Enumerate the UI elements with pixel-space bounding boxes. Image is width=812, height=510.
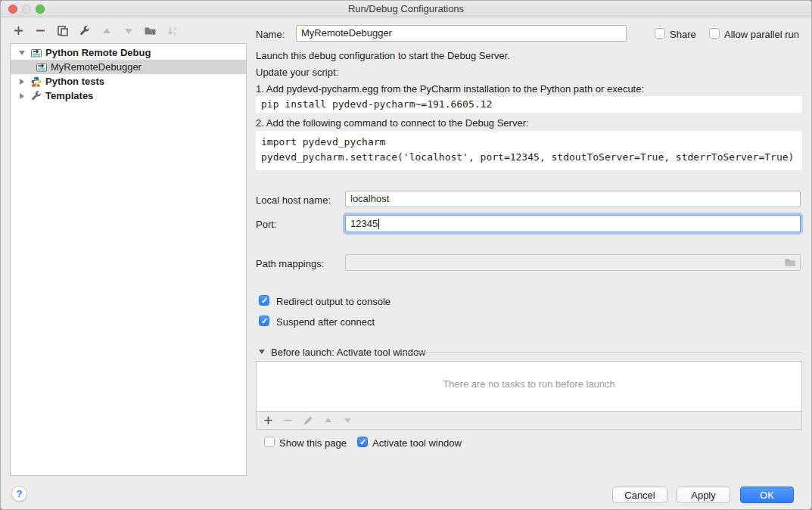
path-mappings-input[interactable] bbox=[345, 254, 801, 271]
tree-item-label: Templates bbox=[45, 90, 93, 101]
browse-folder-icon[interactable] bbox=[784, 257, 796, 268]
window-title: Run/Debug Configurations bbox=[1, 3, 811, 14]
share-checkbox[interactable] bbox=[655, 28, 665, 39]
remote-debug-icon bbox=[30, 47, 42, 59]
apply-button[interactable]: Apply bbox=[677, 487, 730, 503]
tree-item-label: MyRemoteDebugger bbox=[51, 61, 142, 73]
before-launch-separator bbox=[400, 352, 802, 353]
edit-templates-wrench-icon[interactable] bbox=[78, 24, 91, 37]
code-line-1: import pydevd_pycharm bbox=[261, 136, 385, 148]
python-tests-icon bbox=[30, 76, 42, 88]
configurations-toolbar: az bbox=[12, 24, 179, 37]
local-host-name-input[interactable]: localhost bbox=[345, 191, 801, 207]
tasks-toolbar bbox=[257, 411, 801, 429]
show-this-page-label: Show this page bbox=[279, 437, 347, 449]
move-down-icon bbox=[122, 24, 135, 37]
remove-configuration-icon[interactable] bbox=[34, 24, 47, 37]
tree-item-label: Python tests bbox=[45, 76, 104, 87]
ok-button[interactable]: OK bbox=[740, 487, 794, 503]
run-debug-configurations-dialog: Run/Debug Configurations az bbox=[0, 0, 812, 510]
name-label: Name: bbox=[256, 29, 285, 40]
show-this-page-checkbox[interactable] bbox=[264, 437, 275, 447]
redirect-output-label: Redirect output to console bbox=[276, 296, 390, 307]
before-launch-collapse-icon[interactable] bbox=[259, 350, 265, 354]
tree-item-myremotedebugger[interactable]: MyRemoteDebugger bbox=[11, 60, 246, 74]
expand-collapse-icon[interactable] bbox=[17, 93, 27, 99]
text-cursor bbox=[378, 219, 379, 229]
tasks-empty-message: There are no tasks to run before launch bbox=[257, 378, 801, 390]
tree-item-python-tests[interactable]: Python tests bbox=[11, 74, 246, 89]
new-folder-icon[interactable] bbox=[144, 24, 157, 37]
tree-item-python-remote-debug[interactable]: Python Remote Debug bbox=[11, 45, 246, 60]
remove-task-icon bbox=[283, 415, 293, 425]
add-task-icon[interactable] bbox=[263, 415, 273, 425]
help-button[interactable]: ? bbox=[11, 486, 27, 502]
tree-item-label: Python Remote Debug bbox=[45, 47, 151, 58]
intro-line-2: Update your script: bbox=[256, 67, 338, 78]
share-label: Share bbox=[670, 29, 696, 40]
before-launch-tasks-panel: There are no tasks to run before launch bbox=[256, 361, 802, 430]
suspend-after-connect-label: Suspend after connect bbox=[276, 316, 375, 328]
sort-alphabetically-icon: az bbox=[166, 24, 179, 37]
expand-collapse-icon[interactable] bbox=[17, 79, 27, 85]
add-configuration-icon[interactable] bbox=[12, 24, 25, 37]
suspend-after-connect-checkbox[interactable] bbox=[259, 316, 269, 326]
configurations-tree: Python Remote Debug MyRemoteDebugger Pyt… bbox=[10, 43, 247, 476]
step-2-text: 2. Add the following command to connect … bbox=[256, 117, 529, 129]
titlebar: Run/Debug Configurations bbox=[1, 1, 811, 17]
svg-text:z: z bbox=[173, 31, 176, 36]
allow-parallel-run-label: Allow parallel run bbox=[724, 29, 799, 40]
local-host-name-label: Local host name: bbox=[256, 194, 331, 206]
redirect-output-checkbox[interactable] bbox=[259, 295, 269, 306]
edit-task-icon bbox=[303, 415, 313, 426]
svg-text:a: a bbox=[173, 25, 176, 30]
tree-item-templates[interactable]: Templates bbox=[11, 89, 246, 103]
name-input[interactable]: MyRemoteDebugger bbox=[296, 25, 627, 42]
remote-debug-icon bbox=[36, 61, 48, 73]
cancel-button[interactable]: Cancel bbox=[612, 487, 667, 503]
move-task-up-icon bbox=[323, 415, 333, 425]
move-task-down-icon bbox=[343, 415, 353, 425]
code-line-2: pydevd_pycharm.settrace('localhost', por… bbox=[261, 151, 794, 163]
activate-tool-window-checkbox[interactable] bbox=[357, 437, 368, 447]
move-up-icon bbox=[100, 24, 113, 37]
port-input[interactable]: 12345 bbox=[345, 215, 801, 232]
port-value: 12345 bbox=[350, 218, 378, 229]
allow-parallel-run-checkbox[interactable] bbox=[709, 28, 720, 39]
activate-tool-window-label: Activate tool window bbox=[372, 437, 462, 449]
settrace-code-block: import pydevd_pycharm pydevd_pycharm.set… bbox=[256, 131, 802, 170]
copy-configuration-icon[interactable] bbox=[56, 24, 69, 37]
step-1-text: 1. Add pydevd-pycharm.egg from the PyCha… bbox=[256, 83, 644, 95]
wrench-icon bbox=[30, 90, 42, 102]
port-label: Port: bbox=[256, 219, 276, 230]
intro-line-1: Launch this debug configuration to start… bbox=[256, 50, 510, 61]
expand-collapse-icon[interactable] bbox=[17, 51, 27, 55]
path-mappings-label: Path mappings: bbox=[256, 258, 324, 269]
pip-install-command: pip install pydevd-pycharm~=191.6605.12 bbox=[256, 96, 802, 113]
